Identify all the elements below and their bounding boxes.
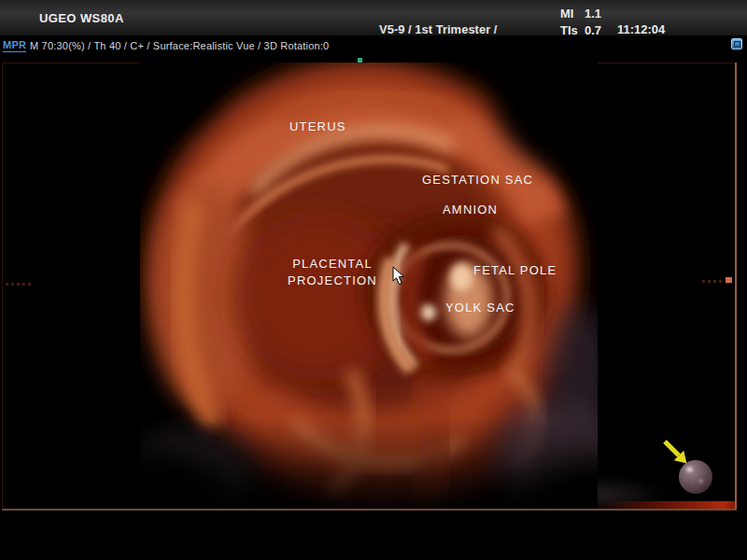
machine-name: UGEO WS80A [39, 11, 124, 25]
cue-ball-secondary-highlight [698, 479, 703, 483]
top-status-bar: UGEO WS80A V5-9 / 1st Trimester / MI1.1 … [0, 0, 747, 37]
clock: 11:12:04 [617, 22, 665, 36]
mi-value: 1.1 [585, 7, 601, 21]
depth-dot [17, 283, 20, 286]
depth-dot [719, 280, 722, 283]
depth-dot [708, 280, 711, 283]
window-icon-glyph [734, 41, 740, 47]
annotation-placental-line1: PLACENTAL [278, 256, 387, 273]
frame-left-line [2, 63, 3, 510]
depth-dot [6, 283, 8, 286]
depth-dot [28, 283, 31, 286]
window-icon[interactable] [731, 38, 742, 49]
depth-dot [702, 280, 705, 283]
focus-marker [726, 277, 732, 283]
acoustic-indices: MI1.1 TIs0.7 [560, 6, 601, 39]
depth-dot [11, 283, 14, 286]
pointer-arrow-icon [661, 439, 693, 470]
annotation-uterus: UTERUS [289, 119, 346, 133]
frame-right-line [735, 63, 737, 511]
mi-label: MI [560, 6, 585, 22]
annotation-placental-line2: PROJECTION [278, 273, 387, 289]
render-edge-red-strip [598, 501, 735, 509]
ti-value: 0.7 [585, 23, 601, 37]
render-parameters: M 70:30(%) / Th 40 / C+ / Surface:Realis… [30, 40, 329, 51]
mi-row: MI1.1 [560, 6, 601, 22]
annotation-amnion: AMNION [443, 203, 498, 217]
depth-dot [22, 283, 25, 286]
mode-status-bar: MPR M 70:30(%) / Th 40 / C+ / Surface:Re… [0, 37, 747, 54]
annotation-gestation-sac: GESTATION SAC [422, 173, 533, 187]
annotation-yolk-sac: YOLK SAC [445, 301, 515, 315]
mouse-cursor-icon [392, 267, 405, 286]
transducer-preset: V5-9 / 1st Trimester / [379, 22, 497, 36]
annotation-fetal-pole: FETAL POLE [473, 263, 557, 277]
frame-bottom-line [2, 509, 737, 511]
depth-dot [713, 280, 716, 283]
ultrasound-screen: UGEO WS80A V5-9 / 1st Trimester / MI1.1 … [0, 0, 747, 560]
annotation-placental-projection: PLACENTAL PROJECTION [278, 256, 387, 289]
mpr-mode-badge[interactable]: MPR [3, 39, 26, 52]
